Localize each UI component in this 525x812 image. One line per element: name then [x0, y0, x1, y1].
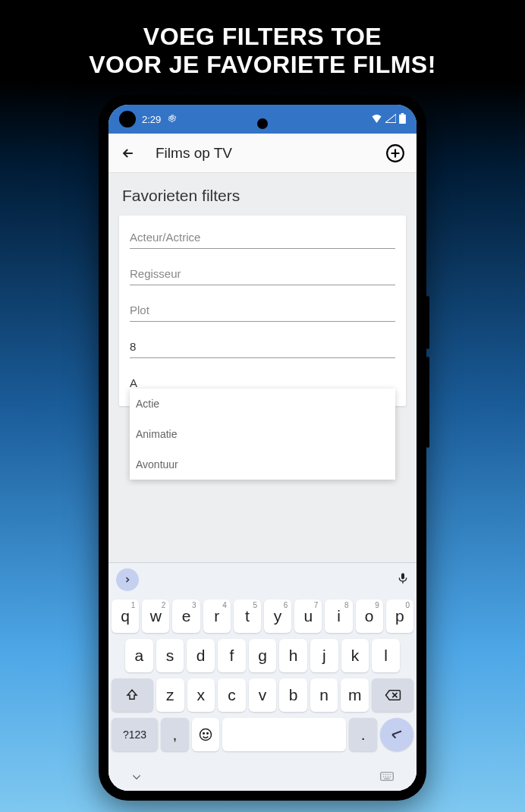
key-x[interactable]: x	[187, 678, 215, 712]
key-j[interactable]: j	[310, 639, 338, 672]
page-title: Favorieten filters	[122, 187, 406, 205]
keyboard: q1w2e3r4t5y6u7i8o9p0 asdfghjkl zxcvbnm ?…	[108, 562, 417, 791]
space-key[interactable]	[222, 718, 346, 751]
key-b[interactable]: b	[279, 678, 307, 712]
power-button	[426, 296, 429, 349]
mode-key[interactable]: ?123	[112, 718, 158, 751]
key-q[interactable]: q1	[112, 600, 139, 633]
svg-rect-6	[381, 773, 394, 781]
app-title: Films op TV	[156, 145, 385, 162]
backspace-key[interactable]	[372, 678, 413, 712]
content-area: Favorieten filters 8 A Actie Animatie Av…	[108, 173, 417, 562]
key-g[interactable]: g	[249, 639, 277, 672]
app-bar: Films op TV	[108, 134, 417, 173]
dropdown-item[interactable]: Actie	[130, 389, 395, 419]
period-key[interactable]: .	[349, 718, 377, 751]
status-time: 2:29	[142, 114, 161, 125]
key-o[interactable]: o9	[356, 600, 383, 633]
svg-rect-0	[399, 114, 406, 123]
nav-bar	[108, 763, 417, 791]
back-icon[interactable]	[119, 144, 137, 162]
expand-icon[interactable]	[116, 568, 139, 591]
key-k[interactable]: k	[341, 639, 369, 672]
wifi-icon	[371, 114, 382, 125]
key-w[interactable]: w2	[142, 600, 169, 633]
promo-title: VOEG FILTERS TOE VOOR JE FAVORIETE FILMS…	[0, 0, 525, 87]
key-r[interactable]: r4	[203, 600, 231, 633]
key-n[interactable]: n	[310, 678, 338, 712]
key-e[interactable]: e3	[172, 600, 200, 633]
key-p[interactable]: p0	[386, 600, 413, 633]
key-s[interactable]: s	[156, 639, 184, 672]
actor-input[interactable]	[130, 226, 395, 249]
svg-point-3	[200, 729, 212, 741]
genre-dropdown: Actie Animatie Avontuur	[130, 389, 395, 480]
comma-key[interactable]: ,	[161, 718, 189, 751]
key-c[interactable]: c	[218, 678, 246, 712]
keyboard-switch-icon[interactable]	[380, 771, 394, 783]
settings-icon	[167, 113, 177, 125]
phone-frame: 2:29 Films op TV Favorieten filters	[99, 95, 426, 801]
suggestion-bar	[108, 563, 417, 596]
svg-point-4	[203, 733, 205, 735]
key-a[interactable]: a	[125, 639, 153, 672]
key-t[interactable]: t5	[234, 600, 261, 633]
filter-card: 8 A Actie Animatie Avontuur	[119, 216, 406, 406]
add-icon[interactable]	[385, 143, 406, 164]
director-input[interactable]	[130, 263, 395, 285]
svg-point-5	[207, 733, 209, 735]
key-l[interactable]: l	[372, 639, 400, 672]
nav-down-icon[interactable]	[131, 770, 142, 784]
battery-icon	[399, 113, 406, 126]
status-avatar	[119, 111, 136, 127]
key-d[interactable]: d	[187, 639, 215, 672]
key-y[interactable]: y6	[264, 600, 291, 633]
key-v[interactable]: v	[249, 678, 277, 712]
volume-button	[426, 357, 429, 448]
plot-input[interactable]	[130, 299, 395, 322]
key-m[interactable]: m	[341, 678, 369, 712]
key-f[interactable]: f	[218, 639, 246, 672]
key-z[interactable]: z	[156, 678, 184, 712]
enter-key[interactable]	[380, 718, 413, 751]
key-h[interactable]: h	[279, 639, 307, 672]
dropdown-item[interactable]: Animatie	[130, 419, 395, 449]
rating-input[interactable]: 8	[130, 335, 395, 358]
phone-camera	[257, 118, 268, 129]
signal-icon	[385, 114, 396, 125]
key-i[interactable]: i8	[325, 600, 352, 633]
key-u[interactable]: u7	[294, 600, 322, 633]
shift-key[interactable]	[112, 678, 153, 712]
mic-icon[interactable]	[397, 571, 409, 589]
dropdown-item[interactable]: Avontuur	[130, 449, 395, 480]
svg-rect-1	[401, 113, 404, 115]
emoji-key[interactable]	[192, 718, 220, 751]
